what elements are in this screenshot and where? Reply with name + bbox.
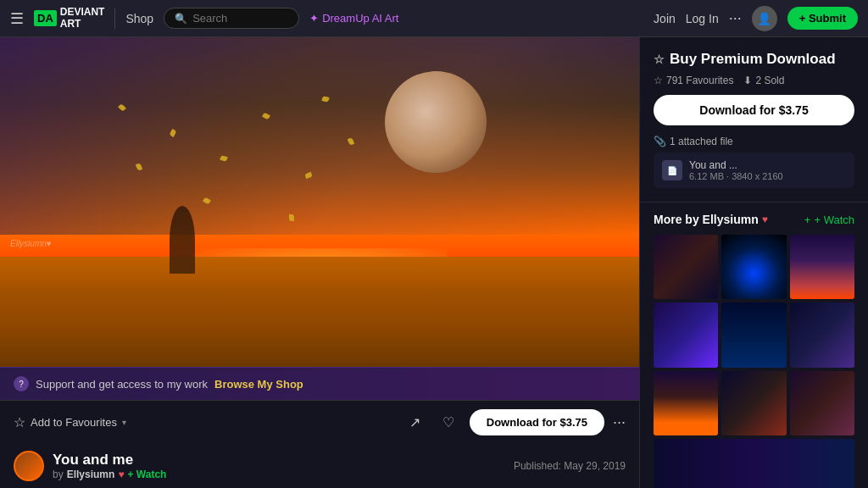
dropdown-arrow-icon: ▾ <box>122 418 126 427</box>
more-by-title: More by Ellysiumn ♥ <box>654 213 768 226</box>
hamburger-icon[interactable]: ☰ <box>10 9 24 28</box>
support-text: Support and get access to my work <box>36 378 208 391</box>
thumbnail-10[interactable] <box>654 439 854 488</box>
fav-star-icon: ☆ <box>654 75 663 86</box>
author-name[interactable]: Ellysiumn <box>67 469 115 480</box>
watch-link[interactable]: + Watch <box>128 469 167 480</box>
ground-flowers <box>0 257 639 367</box>
share-icon-button[interactable]: ↗ <box>403 411 427 434</box>
heart-icon-button[interactable]: ♡ <box>436 411 461 434</box>
heart-icon: ♥ <box>118 469 124 480</box>
main-layout: Ellysiumn♥ ? Support and get access to m… <box>0 37 868 488</box>
by-label: by <box>53 469 64 480</box>
left-content: Ellysiumn♥ ? Support and get access to m… <box>0 37 639 488</box>
author-info: You and me by Ellysiumn ♥ + Watch <box>53 452 505 480</box>
submit-button[interactable]: + Submit <box>787 7 858 30</box>
thumbnail-9[interactable] <box>790 371 854 435</box>
dreamup-link[interactable]: ✦ DreamUp AI Art <box>309 12 398 25</box>
thumbnail-2[interactable] <box>721 235 786 299</box>
author-row: You and me by Ellysiumn ♥ + Watch Publis… <box>0 444 639 488</box>
action-bar: ☆ Add to Favourites ▾ ↗ ♡ Download for $… <box>0 400 639 444</box>
support-icon: ? <box>14 376 29 391</box>
artwork-title: You and me <box>53 452 505 469</box>
file-info: You and ... 6.12 MB · 3840 x 2160 <box>689 159 783 181</box>
more-by-heart-icon: ♥ <box>762 214 768 225</box>
paperclip-icon: 📎 <box>654 136 666 147</box>
published-info: Published: May 29, 2019 <box>514 460 626 472</box>
thumbnail-4[interactable] <box>654 302 718 367</box>
watermark: Ellysiumn♥ <box>10 239 52 248</box>
search-bar[interactable]: 🔍 <box>164 8 299 29</box>
buy-premium-section: ☆ Buy Premium Download ☆ 791 Favourites … <box>640 37 868 202</box>
avatar[interactable]: 👤 <box>752 6 777 31</box>
buy-premium-title: ☆ Buy Premium Download <box>654 51 854 68</box>
leaves <box>51 88 470 258</box>
thumbnail-1[interactable] <box>654 235 718 299</box>
thumbnail-5[interactable] <box>721 302 786 367</box>
plus-icon: + <box>804 214 811 226</box>
logo[interactable]: DA DEVIANT ART <box>34 7 104 29</box>
more-actions-button[interactable]: ··· <box>613 413 626 431</box>
author-subtitle: by Ellysiumn ♥ + Watch <box>53 469 505 480</box>
more-by-watch-button[interactable]: + + Watch <box>804 214 854 226</box>
thumbnail-8[interactable] <box>721 371 786 435</box>
thumbnail-6[interactable] <box>790 302 854 367</box>
download-button[interactable]: Download for $3.75 <box>470 409 604 435</box>
more-by-header: More by Ellysiumn ♥ + + Watch <box>654 213 854 226</box>
right-panel: ☆ Buy Premium Download ☆ 791 Favourites … <box>639 37 868 488</box>
dreamup-icon: ✦ <box>309 12 319 25</box>
artwork-image: Ellysiumn♥ <box>0 37 639 367</box>
search-icon: 🔍 <box>175 13 187 25</box>
star-outline-icon: ☆ <box>654 53 665 66</box>
more-section-bottom <box>654 439 854 488</box>
file-name: You and ... <box>689 159 783 171</box>
more-options-icon[interactable]: ··· <box>729 9 742 27</box>
fav-info: ☆ 791 Favourites ⬇ 2 Sold <box>654 75 854 86</box>
thumbnail-grid <box>654 235 854 435</box>
file-meta: 6.12 MB · 3840 x 2160 <box>689 171 783 181</box>
navbar: ☰ DA DEVIANT ART Shop 🔍 ✦ DreamUp AI Art… <box>0 0 868 37</box>
nav-divider <box>114 8 115 29</box>
star-icon: ☆ <box>14 414 25 430</box>
support-banner: ? Support and get access to my work Brow… <box>0 367 639 400</box>
shop-link[interactable]: Shop <box>125 12 153 25</box>
attached-file[interactable]: 📄 You and ... 6.12 MB · 3840 x 2160 <box>654 152 854 188</box>
thumbnail-3[interactable] <box>790 235 854 299</box>
favourites-count: ☆ 791 Favourites <box>654 75 733 86</box>
artwork-container: Ellysiumn♥ <box>0 37 639 367</box>
join-button[interactable]: Join <box>654 12 676 25</box>
login-button[interactable]: Log In <box>686 12 719 25</box>
sold-count: ⬇ 2 Sold <box>743 75 784 86</box>
attached-label: 📎 1 attached file <box>654 136 854 147</box>
file-icon: 📄 <box>662 160 682 180</box>
browse-my-shop-link[interactable]: Browse My Shop <box>214 378 303 391</box>
search-input[interactable] <box>192 12 288 25</box>
thumbnail-7[interactable] <box>654 371 718 435</box>
download-icon: ⬇ <box>743 75 752 86</box>
author-avatar <box>14 451 44 481</box>
logo-text: DEVIANT ART <box>60 7 105 29</box>
download-premium-button[interactable]: Download for $3.75 <box>654 95 854 125</box>
more-by-section: More by Ellysiumn ♥ + + Watch <box>640 202 868 488</box>
add-favourites-button[interactable]: ☆ Add to Favourites ▾ <box>14 414 126 430</box>
logo-icon: DA <box>34 10 57 26</box>
